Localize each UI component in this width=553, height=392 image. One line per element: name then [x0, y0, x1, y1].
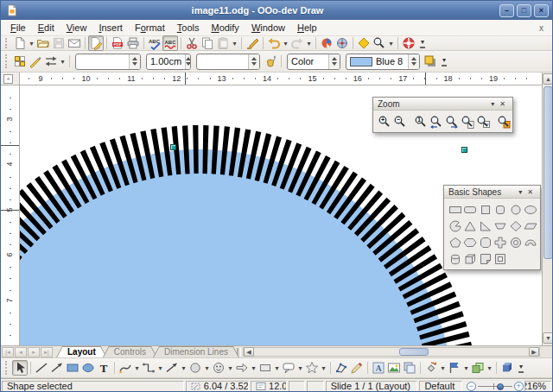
shape-diamond[interactable]	[508, 218, 523, 233]
shape-ring[interactable]	[508, 235, 523, 250]
shadow-button[interactable]	[423, 54, 438, 69]
line-dialog-button[interactable]	[28, 54, 43, 69]
shape-folded-corner[interactable]	[478, 251, 493, 266]
email-document-button[interactable]	[67, 35, 82, 51]
block-arrows-dropdown[interactable]: ▾	[250, 364, 257, 372]
drawing-canvas[interactable]: Zoom ▾ ✕ +−1 Basic Shapes ▾ ✕	[20, 85, 542, 345]
zoom-page-width-button[interactable]	[475, 113, 491, 130]
menu-modify[interactable]: Modify	[205, 21, 245, 35]
shape-cross[interactable]	[493, 235, 508, 250]
shape-isosceles-triangle[interactable]	[463, 218, 478, 233]
zoom-next-button[interactable]	[444, 113, 460, 130]
callouts-dropdown[interactable]: ▾	[296, 364, 304, 372]
undo-button[interactable]	[266, 35, 282, 51]
horizontal-scrollbar[interactable]: ◀ ▶	[243, 347, 540, 357]
fill-color-select[interactable]: Blue 8	[346, 54, 420, 70]
stars-button[interactable]	[304, 360, 320, 376]
object-size[interactable]: 12.00 x 11.56	[251, 381, 287, 392]
toolbar-grip[interactable]	[5, 361, 10, 374]
shape-trapezoid[interactable]	[493, 218, 508, 233]
scroll-down-icon[interactable]: ▼	[543, 332, 553, 344]
last-slide-button[interactable]: ▸|	[41, 347, 53, 357]
curve-button[interactable]	[118, 360, 133, 376]
symbol-shapes-dropdown[interactable]: ▾	[226, 364, 234, 372]
toolbar-overflow-button[interactable]: ▾	[442, 56, 447, 66]
copy-button[interactable]	[200, 35, 215, 51]
gallery-button[interactable]	[402, 360, 417, 376]
toolbar-grip[interactable]	[5, 54, 10, 69]
cut-button[interactable]	[184, 35, 200, 51]
first-slide-button[interactable]: |◂	[2, 347, 14, 357]
basic-shapes-palette-titlebar[interactable]: Basic Shapes ▾ ✕	[444, 186, 540, 199]
menu-file[interactable]: File	[4, 21, 32, 35]
shape-circle-pie[interactable]	[448, 218, 462, 233]
vertical-scrollbar[interactable]: ▲ ▼	[542, 73, 553, 345]
glue-points-button[interactable]	[349, 360, 365, 376]
shape-cube[interactable]	[463, 251, 478, 266]
styles-button[interactable]	[12, 54, 28, 69]
line-style-select[interactable]	[75, 54, 141, 70]
tab-layout[interactable]: Layout	[56, 346, 107, 357]
help-button[interactable]	[401, 35, 416, 51]
zoom-dropdown[interactable]: ▾	[387, 40, 395, 47]
menu-insert[interactable]: Insert	[92, 21, 129, 35]
arrow-style-dropdown[interactable]: ▾	[59, 58, 67, 66]
stars-dropdown[interactable]: ▾	[320, 364, 327, 372]
menu-format[interactable]: Format	[129, 21, 171, 35]
shape-circle[interactable]	[508, 202, 523, 217]
arrange-button[interactable]	[470, 360, 486, 376]
document-close-button[interactable]: x	[534, 23, 549, 33]
zoom-palette-close-icon[interactable]: ✕	[497, 100, 508, 108]
zoom-slider-thumb[interactable]	[497, 383, 504, 390]
basic-shapes-dropdown[interactable]: ▾	[203, 364, 211, 372]
extrusion-on-off-button[interactable]	[499, 360, 515, 376]
line-width-spinner[interactable]	[185, 54, 191, 69]
shape-parallelogram[interactable]	[524, 218, 538, 233]
shape-regular-pentagon[interactable]	[448, 235, 462, 250]
text-button[interactable]: T	[96, 360, 111, 376]
shape-octagon[interactable]	[478, 235, 493, 250]
shape-cylinder[interactable]	[448, 251, 462, 266]
lines-and-arrows-dropdown[interactable]: ▾	[180, 364, 188, 372]
zoom-entire-page-button[interactable]	[460, 113, 475, 130]
callouts-button[interactable]	[281, 360, 296, 376]
zoom-previous-button[interactable]	[429, 113, 444, 130]
zoom-out-button[interactable]: −	[392, 113, 408, 130]
display-grid-button[interactable]	[356, 35, 372, 51]
tab-dimension-lines[interactable]: Dimension Lines	[153, 346, 239, 357]
scroll-left-icon[interactable]: ◀	[244, 347, 254, 357]
zoom-100-percent-button[interactable]: 1	[413, 113, 429, 130]
connector-button[interactable]	[141, 360, 156, 376]
shape-rectangle[interactable]	[448, 202, 462, 217]
redo-button[interactable]	[289, 35, 305, 51]
edit-file-button[interactable]	[88, 35, 104, 51]
alignment-dropdown[interactable]: ▾	[462, 364, 470, 372]
area-style-select[interactable]: Color	[287, 54, 340, 70]
shape-right-triangle[interactable]	[478, 218, 493, 233]
toolbar-overflow-button[interactable]: ▾	[518, 363, 524, 373]
zoom-in-icon[interactable]: +	[514, 382, 524, 391]
export-pdf-button[interactable]: PDF	[110, 35, 125, 51]
previous-slide-button[interactable]: ◂	[15, 347, 27, 357]
arrow-style-button[interactable]	[43, 54, 59, 69]
navigator-button[interactable]	[334, 35, 350, 51]
flowcharts-button[interactable]	[257, 360, 273, 376]
ellipse-button[interactable]	[80, 360, 96, 376]
slide-indicator[interactable]: Slide 1 / 1 (Layout)	[326, 381, 418, 392]
connector-dropdown[interactable]: ▾	[156, 364, 164, 372]
arrange-dropdown[interactable]: ▾	[486, 364, 493, 372]
next-slide-button[interactable]: ▸	[28, 347, 40, 357]
paste-dropdown[interactable]: ▾	[231, 40, 238, 47]
curve-dropdown[interactable]: ▾	[133, 364, 141, 372]
redo-dropdown[interactable]: ▾	[305, 40, 313, 47]
undo-dropdown[interactable]: ▾	[282, 40, 289, 47]
insert-picture-button[interactable]	[386, 360, 402, 376]
line-button[interactable]	[34, 360, 49, 376]
save-button[interactable]	[51, 35, 67, 51]
format-paintbrush-button[interactable]	[245, 35, 260, 51]
basic-shapes-palette-close-icon[interactable]: ✕	[524, 188, 536, 196]
horizontal-ruler[interactable]: 910111213141516171819	[20, 73, 542, 85]
alignment-button[interactable]	[447, 360, 462, 376]
maximize-button[interactable]: □	[517, 4, 531, 17]
insert-chart-button[interactable]	[319, 35, 334, 51]
